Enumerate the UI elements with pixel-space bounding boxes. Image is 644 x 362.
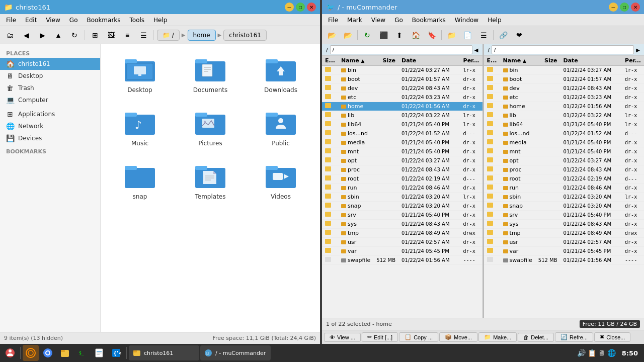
right-minimize-button[interactable]: ─ (609, 3, 618, 12)
minimize-button[interactable]: ─ (285, 3, 294, 12)
menu-go[interactable]: Go (65, 16, 82, 25)
left-table-row[interactable]: var 01/21/24 05:45 PM dr-x (322, 247, 482, 256)
bottom-btn-copy[interactable]: 📋Copy ... (399, 332, 438, 342)
right-table-row[interactable]: dev 01/22/24 08:43 AM dr-x (484, 84, 645, 93)
right-table-row[interactable]: mnt 01/21/24 05:40 PM dr-x (484, 147, 645, 156)
close-button[interactable]: ✕ (307, 3, 316, 12)
left-table-row[interactable]: usr 01/22/24 02:57 AM dr-x (322, 238, 482, 247)
right-menu-bookmarks[interactable]: Bookmarks (408, 16, 450, 25)
compact-view-button[interactable]: ☰ (136, 28, 150, 42)
menu-bookmarks[interactable]: Bookmarks (83, 16, 124, 25)
col-perm-header[interactable]: Per... (460, 56, 482, 66)
rt-parent-left[interactable]: ⬆ (392, 28, 407, 43)
left-table-row[interactable]: mnt 01/21/24 05:40 PM dr-x (322, 147, 482, 156)
right-table-row[interactable]: proc 01/22/24 08:43 AM dr-x (484, 165, 645, 174)
right-table-row[interactable]: opt 01/22/24 03:27 AM dr-x (484, 156, 645, 165)
rt-btn-e[interactable]: ❤ (512, 28, 527, 43)
home-folder-button[interactable]: 🗂 (3, 28, 17, 42)
left-table-row[interactable]: dev 01/22/24 08:43 AM dr-x (322, 84, 482, 93)
left-table-row[interactable]: lib 01/22/24 03:22 AM lr-x (322, 111, 482, 120)
left-table-row[interactable]: root 01/22/24 02:19 AM d--- (322, 174, 482, 184)
rt-right-panel-btn[interactable]: 📂 (340, 28, 355, 43)
bottom-btn-move[interactable]: 📦Move... (439, 332, 477, 342)
left-table-row[interactable]: etc 01/22/24 03:23 AM dr-x (322, 93, 482, 102)
refresh-button[interactable]: ↻ (67, 28, 82, 42)
right-table-row[interactable]: run 01/22/24 08:46 AM dr-x (484, 184, 645, 193)
right-table-row[interactable]: snap 01/22/24 03:20 AM dr-x (484, 202, 645, 211)
folder-documents[interactable]: Documents (179, 52, 242, 98)
col-size-header[interactable]: Size (373, 56, 398, 66)
left-table-row[interactable]: snap 01/22/24 03:20 AM dr-x (322, 202, 482, 211)
rt-btn-a[interactable]: 📁 (444, 28, 459, 43)
bottom-btn-refre[interactable]: 🔄Refre... (555, 332, 593, 342)
back-button[interactable]: ◀ (19, 28, 33, 42)
right-table-row[interactable]: tmp 01/22/24 08:49 AM drwx (484, 229, 645, 238)
left-pane-path[interactable] (330, 45, 472, 54)
menu-file[interactable]: File (2, 16, 20, 25)
taskbar-chromium[interactable] (40, 345, 56, 361)
right-table-row[interactable]: sbin 01/22/24 03:20 AM lr-x (484, 193, 645, 202)
right-menu-window[interactable]: Window (451, 16, 482, 25)
left-table-row[interactable]: home 01/22/24 01:56 AM dr-x (322, 102, 482, 111)
right-table-row[interactable]: boot 01/22/24 01:57 AM dr-x (484, 75, 645, 84)
right-col-name-header[interactable]: Name ▲ (500, 56, 535, 66)
bottom-btn-close[interactable]: ✖Close... (594, 332, 630, 342)
menu-tools[interactable]: Tools (126, 16, 149, 25)
left-table-row[interactable]: swapfile 512 MB 01/22/24 01:56 AM ---- (322, 256, 482, 265)
menu-view[interactable]: View (42, 16, 64, 25)
left-table-row[interactable]: lib64 01/21/24 05:40 PM lr-x (322, 120, 482, 129)
breadcrumb-root[interactable]: 📁 / (157, 30, 180, 41)
right-col-ext-header[interactable]: E... (484, 56, 500, 66)
left-table-row[interactable]: media 01/21/24 05:40 PM dr-x (322, 138, 482, 147)
sidebar-item-computer[interactable]: 💻 Computer (0, 94, 100, 106)
tray-monitor-icon[interactable]: 🖥 (598, 349, 605, 357)
folder-public[interactable]: Public (250, 106, 312, 151)
bottom-btn-edit[interactable]: ✏Edit [...] (362, 332, 398, 342)
left-table-row[interactable]: proc 01/22/24 08:43 AM dr-x (322, 165, 482, 174)
folder-pictures[interactable]: Pictures (179, 106, 242, 151)
bottom-btn-delet[interactable]: 🗑Delet... (518, 333, 554, 342)
taskbar-start-button[interactable] (2, 345, 18, 361)
rt-btn-c[interactable]: ☰ (476, 28, 491, 43)
left-table-row[interactable]: srv 01/21/24 05:40 PM dr-x (322, 211, 482, 220)
folder-snap[interactable]: snap (109, 159, 171, 204)
right-col-size-header[interactable]: Size (535, 56, 560, 66)
taskbar-files[interactable] (57, 345, 73, 361)
maximize-button[interactable]: □ (296, 3, 305, 12)
thumbnails-button[interactable]: 🖼 (104, 28, 118, 42)
rt-stop[interactable]: ⬛ (376, 28, 391, 43)
taskbar-terminal[interactable]: $_ (74, 345, 90, 361)
right-table-row[interactable]: lib 01/22/24 03:22 AM lr-x (484, 111, 645, 120)
rt-refresh-left[interactable]: ↻ (360, 28, 375, 43)
col-ext-header[interactable]: E... (322, 56, 338, 66)
right-col-date-header[interactable]: Date (560, 56, 622, 66)
right-menu-go[interactable]: Go (390, 16, 407, 25)
left-table-row[interactable]: los...nd 01/22/24 01:52 AM d--- (322, 129, 482, 138)
taskbar-text-editor[interactable] (91, 345, 107, 361)
left-table-row[interactable]: run 01/22/24 08:46 AM dr-x (322, 184, 482, 193)
right-table-row[interactable]: media 01/21/24 05:40 PM dr-x (484, 138, 645, 147)
menu-help[interactable]: Help (149, 16, 171, 25)
folder-music[interactable]: ♪ Music (109, 106, 171, 151)
right-menu-file[interactable]: File (324, 16, 342, 25)
right-menu-mark[interactable]: Mark (343, 16, 366, 25)
right-menu-view[interactable]: View (367, 16, 389, 25)
left-table-row[interactable]: bin 01/22/24 03:27 AM lr-x (322, 66, 482, 75)
tray-volume-icon[interactable]: 🔊 (577, 349, 586, 357)
bottom-btn-make[interactable]: 📁Make... (478, 332, 517, 342)
breadcrumb-home[interactable]: home (188, 30, 216, 41)
rt-btn-d[interactable]: 🔗 (496, 28, 511, 43)
right-close-button[interactable]: ✕ (631, 3, 640, 12)
right-table-row[interactable]: bin 01/22/24 03:27 AM lr-x (484, 66, 645, 75)
left-pane-collapse[interactable]: ◀ (472, 46, 480, 54)
tray-network-icon[interactable]: 🌐 (607, 349, 616, 357)
folder-desktop[interactable]: Desktop (109, 52, 171, 98)
folder-downloads[interactable]: Downloads (250, 52, 312, 98)
left-table-row[interactable]: sys 01/22/24 08:43 AM dr-x (322, 220, 482, 229)
right-menu-help[interactable]: Help (484, 16, 505, 25)
sidebar-item-desktop[interactable]: 🖥 Desktop (0, 70, 100, 82)
right-pane-collapse[interactable]: ▶ (634, 46, 642, 54)
left-table-row[interactable]: sbin 01/22/24 03:20 AM lr-x (322, 193, 482, 202)
tray-clipboard-icon[interactable]: 📋 (588, 349, 596, 357)
right-maximize-button[interactable]: □ (620, 3, 629, 12)
